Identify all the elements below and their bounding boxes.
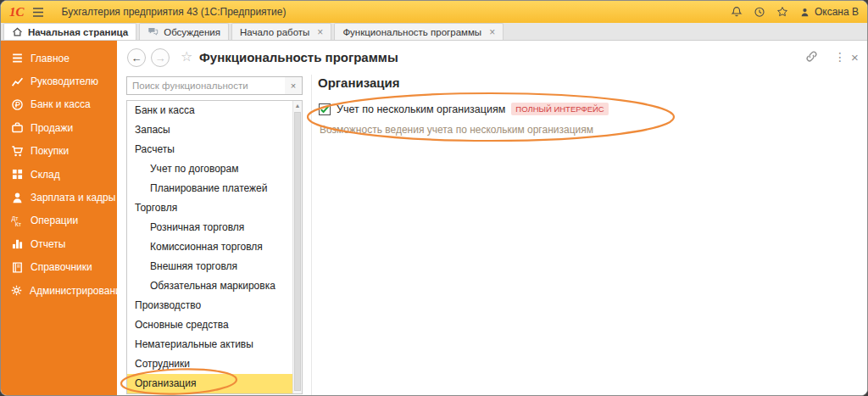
sidebar-item-zarplata-i-kadry[interactable]: Зарплата и кадры	[1, 186, 117, 209]
chat-icon	[147, 26, 159, 37]
close-tab-icon[interactable]: ×	[489, 27, 495, 37]
tab-discussions[interactable]: Обсуждения	[139, 23, 229, 40]
bar-chart-icon	[10, 237, 24, 250]
sidebar-item-otchety[interactable]: Отчеты	[1, 232, 117, 255]
history-clock-icon[interactable]	[754, 6, 765, 18]
full-interface-badge: ПОЛНЫЙ ИНТЕРФЕЙС	[511, 103, 608, 115]
section-item[interactable]: Нематериальные активы	[127, 335, 292, 354]
sidebar-item-rukovoditelyu[interactable]: Руководителю	[1, 70, 117, 92]
clear-search-icon[interactable]: ×	[285, 76, 303, 95]
scroll-up-icon[interactable]: ▲	[293, 101, 302, 111]
panel-heading: Организация	[318, 75, 400, 90]
1c-logo: 1С	[9, 6, 25, 19]
dt-kt-icon: ДтКт	[10, 215, 24, 227]
search-input[interactable]	[126, 76, 286, 95]
section-item[interactable]: Комиссионная торговля	[127, 237, 292, 257]
title-bar: 1С Бухгалтерия предприятия 43 (1С:Предпр…	[1, 1, 867, 23]
main-menu-button[interactable]	[32, 7, 44, 18]
warehouse-grid-icon	[10, 168, 24, 181]
forward-arrow-icon: →	[155, 52, 166, 64]
tab-label: Начальная страница	[28, 27, 128, 37]
sidebar-item-label: Банк и касса	[31, 98, 91, 110]
sidebar-item-label: Отчеты	[31, 238, 65, 250]
sidebar-item-operatsii[interactable]: ДтКт Операции	[1, 209, 117, 232]
sidebar-item-label: Администрирование	[30, 285, 126, 297]
multi-org-checkbox[interactable]	[319, 103, 331, 115]
section-item[interactable]: Банк и касса	[127, 101, 292, 120]
sidebar-item-label: Склад	[31, 169, 60, 181]
sidebar-item-spravochniki[interactable]: Справочники	[1, 256, 117, 279]
bank-coin-icon	[10, 98, 24, 111]
multi-org-label: Учет по нескольким организациям	[337, 103, 505, 115]
section-item-organization[interactable]: Организация	[127, 374, 292, 393]
sidebar-item-label: Руководителю	[31, 75, 98, 87]
section-item[interactable]: Учет по договорам	[127, 159, 292, 179]
multi-org-description: Возможность ведения учета по нескольким …	[320, 124, 593, 136]
app-window: 1С Бухгалтерия предприятия 43 (1С:Предпр…	[0, 0, 868, 396]
favorite-star-icon[interactable]: ☆	[181, 50, 192, 64]
tab-bar: Начальная страница Обсуждения Начало раб…	[1, 23, 867, 41]
chart-line-icon	[10, 75, 24, 88]
sections-panel: Главное Руководителю Банк и касса Продаж…	[1, 41, 117, 395]
cart-icon	[10, 145, 24, 158]
back-arrow-icon: ←	[131, 52, 142, 64]
book-icon	[10, 261, 24, 274]
gear-icon	[10, 284, 23, 297]
sidebar-item-label: Покупки	[31, 145, 69, 157]
section-item[interactable]: Основные средства	[127, 315, 292, 335]
section-item[interactable]: Расчеты	[127, 140, 292, 159]
section-item[interactable]: Производство	[127, 296, 292, 315]
topbar-actions: Оксана В	[731, 6, 859, 18]
menu-icon	[10, 52, 24, 64]
sidebar-item-label: Продажи	[31, 122, 73, 134]
check-icon	[320, 104, 330, 114]
section-item[interactable]: Внешняя торговля	[127, 257, 292, 276]
svg-text:Кт: Кт	[14, 221, 21, 227]
notifications-bell-icon[interactable]	[731, 6, 743, 18]
user-name: Оксана В	[815, 6, 859, 18]
functionality-form: ← → ☆ Функциональность программы ⋮ × × Б…	[117, 41, 867, 395]
window-title: Бухгалтерия предприятия 43 (1С:Предприят…	[62, 6, 287, 18]
favorites-star-icon[interactable]	[776, 6, 788, 18]
forward-button[interactable]: →	[151, 48, 170, 67]
scrollbar-thumb[interactable]	[294, 112, 301, 391]
sidebar-item-sklad[interactable]: Склад	[1, 163, 117, 186]
back-button[interactable]: ←	[127, 48, 146, 67]
close-tab-icon[interactable]: ×	[317, 27, 323, 37]
sidebar-item-label: Зарплата и кадры	[31, 192, 115, 204]
section-item[interactable]: Запасы	[127, 120, 292, 140]
sidebar-item-label: Справочники	[31, 261, 92, 273]
sidebar-item-pokupki[interactable]: Покупки	[1, 140, 117, 163]
section-item[interactable]: Торговля	[127, 198, 292, 218]
user-menu[interactable]: Оксана В	[799, 6, 859, 18]
close-form-icon[interactable]: ×	[851, 51, 859, 64]
tab-label: Обсуждения	[164, 27, 220, 37]
home-icon	[12, 26, 23, 37]
tab-label: Начало работы	[240, 27, 309, 37]
tab-home[interactable]: Начальная страница	[3, 23, 136, 40]
section-item[interactable]: Розничная торговля	[127, 218, 292, 237]
tab-getting-started[interactable]: Начало работы ×	[231, 23, 331, 40]
sidebar-item-administrirovanie[interactable]: Администрирование	[1, 279, 117, 302]
tab-label: Функциональность программы	[342, 27, 481, 37]
more-commands-icon[interactable]: ⋮	[834, 51, 846, 63]
sidebar-item-label: Главное	[31, 53, 70, 64]
person-icon	[10, 192, 24, 204]
form-title: Функциональность программы	[199, 50, 398, 64]
functionality-sections-list: Банк и касса Запасы Расчеты Учет по дого…	[126, 100, 303, 394]
list-scrollbar[interactable]: ▲	[292, 101, 302, 393]
main-menu-icon	[32, 7, 44, 18]
sidebar-item-bank-i-kassa[interactable]: Банк и касса	[1, 93, 117, 116]
sidebar-item-prodazhi[interactable]: Продажи	[1, 116, 117, 139]
sales-briefcase-icon	[10, 121, 24, 134]
panel-divider	[311, 75, 312, 395]
multi-org-option[interactable]: Учет по нескольким организациям ПОЛНЫЙ И…	[319, 103, 609, 115]
user-icon	[799, 7, 810, 18]
section-item[interactable]: Обязательная маркировка	[127, 276, 292, 296]
tab-functionality[interactable]: Функциональность программы ×	[334, 23, 504, 40]
sidebar-item-label: Операции	[31, 215, 78, 226]
sidebar-item-glavnoe[interactable]: Главное	[1, 47, 117, 70]
section-item[interactable]: Сотрудники	[127, 354, 292, 374]
section-item[interactable]: Планирование платежей	[127, 179, 292, 198]
get-link-icon[interactable]	[805, 50, 818, 65]
